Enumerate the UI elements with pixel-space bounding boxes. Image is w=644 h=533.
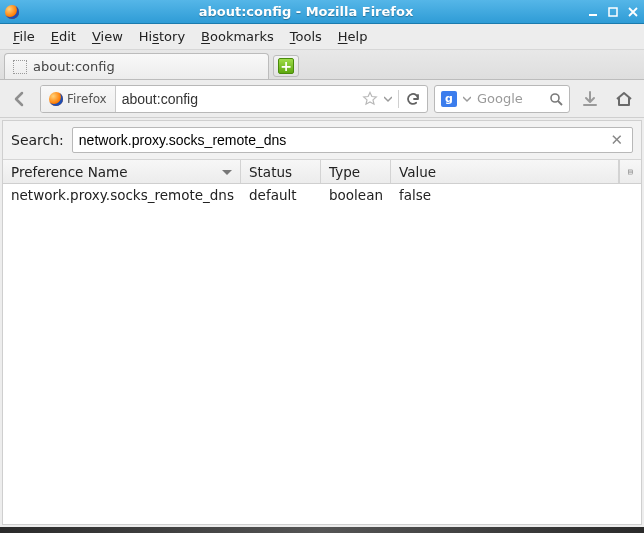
reload-button[interactable]	[405, 91, 421, 107]
back-button[interactable]	[6, 85, 34, 113]
column-header-name[interactable]: Preference Name	[3, 160, 241, 183]
dropmarker-icon[interactable]	[384, 95, 392, 103]
titlebar[interactable]: about:config - Mozilla Firefox	[0, 0, 644, 24]
desktop-background	[0, 527, 644, 533]
minimize-button[interactable]	[586, 5, 600, 19]
content-area: Search: ✕ Preference Name Status Type Va…	[2, 120, 642, 525]
bookmark-star-icon[interactable]	[362, 91, 378, 107]
menu-bookmarks[interactable]: Bookmarks	[194, 26, 281, 47]
column-header-type[interactable]: Type	[321, 160, 391, 183]
dropmarker-icon[interactable]	[463, 95, 471, 103]
search-bar[interactable]: g Google	[434, 85, 570, 113]
config-search-field[interactable]: ✕	[72, 127, 633, 153]
menu-edit[interactable]: Edit	[44, 26, 83, 47]
tab-favicon	[13, 60, 27, 74]
window-title: about:config - Mozilla Firefox	[26, 4, 586, 19]
pref-type-cell: boolean	[321, 187, 391, 203]
table-row[interactable]: network.proxy.socks_remote_dns default b…	[3, 184, 641, 206]
table-header: Preference Name Status Type Value	[3, 160, 641, 184]
tab-label: about:config	[33, 59, 115, 74]
menu-help[interactable]: Help	[331, 26, 375, 47]
menu-file[interactable]: File	[6, 26, 42, 47]
nav-toolbar: Firefox g Google	[0, 80, 644, 118]
pref-name-cell: network.proxy.socks_remote_dns	[3, 187, 241, 203]
config-search-input[interactable]	[79, 132, 608, 148]
prefs-table: Preference Name Status Type Value networ…	[3, 160, 641, 524]
config-search-row: Search: ✕	[3, 121, 641, 160]
column-header-status[interactable]: Status	[241, 160, 321, 183]
url-bar[interactable]: Firefox	[40, 85, 428, 113]
config-search-label: Search:	[11, 132, 64, 148]
menu-view[interactable]: View	[85, 26, 130, 47]
new-tab-button[interactable]: +	[273, 55, 299, 77]
column-picker-button[interactable]	[619, 160, 641, 183]
clear-icon[interactable]: ✕	[607, 131, 626, 149]
tab-about-config[interactable]: about:config	[4, 53, 269, 79]
search-go-icon[interactable]	[549, 92, 563, 106]
svg-rect-1	[609, 8, 617, 16]
identity-label: Firefox	[67, 92, 107, 106]
maximize-button[interactable]	[606, 5, 620, 19]
downloads-button[interactable]	[576, 85, 604, 113]
pref-value-cell: false	[391, 187, 641, 203]
menu-history[interactable]: History	[132, 26, 192, 47]
pref-status-cell: default	[241, 187, 321, 203]
google-icon: g	[441, 91, 457, 107]
menu-tools[interactable]: Tools	[283, 26, 329, 47]
window-controls	[586, 5, 640, 19]
svg-line-3	[558, 101, 562, 105]
window-frame: about:config - Mozilla Firefox File Edit…	[0, 0, 644, 527]
firefox-icon	[49, 92, 63, 106]
plus-icon: +	[278, 58, 294, 74]
identity-box[interactable]: Firefox	[41, 86, 116, 112]
svg-rect-0	[589, 14, 597, 16]
url-input[interactable]	[116, 91, 356, 107]
close-button[interactable]	[626, 5, 640, 19]
home-button[interactable]	[610, 85, 638, 113]
search-placeholder: Google	[477, 91, 543, 106]
svg-rect-4	[628, 169, 632, 173]
tab-strip: about:config +	[0, 50, 644, 80]
table-body[interactable]: network.proxy.socks_remote_dns default b…	[3, 184, 641, 524]
firefox-app-icon	[4, 4, 20, 20]
menubar: File Edit View History Bookmarks Tools H…	[0, 24, 644, 50]
column-header-value[interactable]: Value	[391, 160, 619, 183]
svg-point-2	[551, 94, 559, 102]
